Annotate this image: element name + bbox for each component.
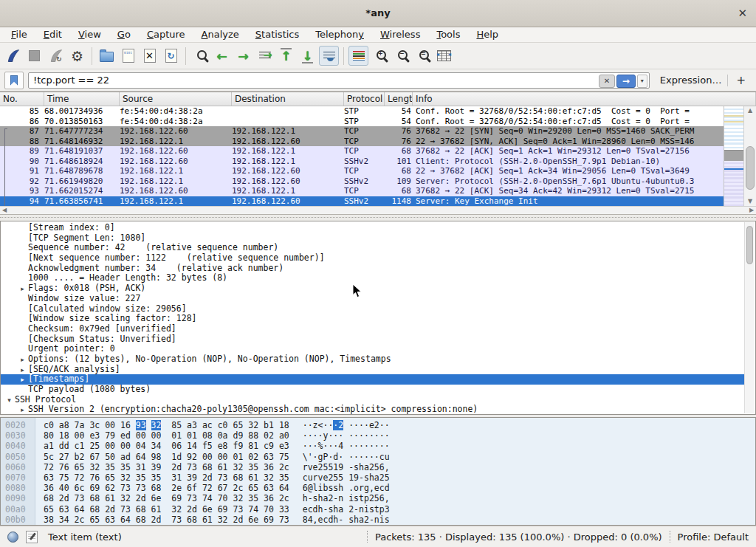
hex-row-0060[interactable]: 006072 76 65 32 35 35 31 39 2d 73 68 61 …: [1, 462, 755, 472]
packet-list-vscrollbar[interactable]: ▲ ▼: [743, 106, 756, 206]
hex-row-0080[interactable]: 008036 40 6c 69 62 73 73 68 2e 6f 72 67 …: [1, 483, 755, 493]
column-header-time[interactable]: Time: [44, 92, 120, 106]
menu-item-capture[interactable]: Capture: [139, 27, 193, 42]
detail-line[interactable]: [Calculated window size: 29056]: [1, 304, 745, 314]
restart-capture-button[interactable]: ↻: [46, 46, 66, 66]
go-last-packet-button[interactable]: ↓: [298, 46, 317, 66]
filter-clear-button[interactable]: ✕: [599, 75, 615, 88]
hex-row-0030[interactable]: 003080 18 00 e3 79 ed 00 00 01 01 08 0a …: [1, 430, 755, 441]
detail-line[interactable]: 1000 .... = Header Length: 32 bytes (8): [1, 273, 745, 283]
detail-line[interactable]: [Next sequence number: 1122 (relative se…: [1, 253, 745, 264]
packet-row-94[interactable]: 9471.663856741192.168.122.1192.168.122.6…: [0, 196, 743, 207]
scroll-left-arrow-icon[interactable]: ◀: [0, 207, 9, 214]
detail-line[interactable]: [TCP Segment Len: 1080]: [1, 233, 745, 244]
go-first-packet-button[interactable]: ↑: [276, 46, 296, 66]
capture-comment-icon[interactable]: [26, 531, 38, 543]
column-header-protocol[interactable]: Protocol: [344, 92, 385, 106]
expander-icon[interactable]: ▸: [17, 355, 28, 365]
hex-row-0090[interactable]: 009068 2d 73 68 61 32 2d 6e 69 73 74 70 …: [1, 493, 755, 503]
packet-row-89[interactable]: 8971.648191037192.168.122.60192.168.122.…: [0, 146, 743, 156]
hex-row-00a0[interactable]: 00a065 63 64 68 2d 73 68 61 32 2d 6e 69 …: [1, 504, 755, 515]
menu-item-edit[interactable]: Edit: [35, 27, 70, 42]
detail-line[interactable]: Acknowledgment number: 34 (relative ack …: [1, 264, 745, 274]
detail-line[interactable]: TCP payload (1080 bytes): [1, 385, 745, 395]
hex-row-00b0[interactable]: 00b038 34 2c 65 63 64 68 2d 73 68 61 32 …: [1, 515, 755, 525]
detail-line[interactable]: ▾SSH Protocol: [1, 395, 745, 405]
zoom-reset-button[interactable]: =: [413, 46, 433, 66]
expander-icon[interactable]: ▸: [17, 365, 28, 375]
scroll-up-arrow-icon[interactable]: ▲: [744, 106, 756, 115]
display-filter-input[interactable]: [29, 73, 649, 88]
detail-line[interactable]: ▸SSH Version 2 (encryption:chacha20-poly…: [1, 405, 745, 414]
filter-apply-button[interactable]: →: [616, 75, 636, 88]
detail-line[interactable]: Urgent pointer: 0: [1, 344, 745, 354]
open-file-button[interactable]: [97, 46, 117, 66]
go-back-button[interactable]: ←: [212, 46, 232, 66]
packet-row-85[interactable]: 8568.001734936fe:54:00:d4:38:2aSTP54Conf…: [0, 106, 743, 117]
scroll-right-arrow-icon[interactable]: ▶: [747, 207, 756, 214]
menu-item-view[interactable]: View: [70, 27, 109, 42]
vscroll-thumb[interactable]: [746, 146, 755, 190]
auto-scroll-button[interactable]: [319, 46, 339, 66]
menu-item-help[interactable]: Help: [468, 27, 506, 42]
menu-item-file[interactable]: File: [3, 27, 35, 42]
resize-columns-button[interactable]: [434, 46, 454, 66]
detail-scroll-thumb[interactable]: [746, 226, 753, 264]
packet-row-90[interactable]: 9071.648618924192.168.122.60192.168.122.…: [0, 156, 743, 167]
detail-line[interactable]: ▸[Timestamps]: [1, 374, 745, 385]
column-header-destination[interactable]: Destination: [232, 92, 344, 106]
detail-line[interactable]: Window size value: 227: [1, 294, 745, 304]
add-filter-button[interactable]: +: [736, 74, 746, 87]
detail-line[interactable]: [Checksum Status: Unverified]: [1, 334, 745, 345]
go-to-packet-button[interactable]: →: [255, 46, 275, 66]
expander-icon[interactable]: ▾: [4, 396, 15, 405]
packet-row-93[interactable]: 9371.662015274192.168.122.60192.168.122.…: [0, 186, 743, 196]
column-header-length[interactable]: Length: [385, 92, 413, 106]
hex-row-0040[interactable]: 0040a1 dd c1 25 00 00 04 34 06 14 f5 e8 …: [1, 441, 755, 451]
detail-vscrollbar[interactable]: [744, 222, 755, 413]
start-capture-button[interactable]: [3, 46, 23, 66]
packet-row-88[interactable]: 8871.648146932192.168.122.1192.168.122.6…: [0, 137, 743, 147]
column-header-info[interactable]: Info: [413, 92, 756, 106]
packet-row-91[interactable]: 9171.648789678192.168.122.1192.168.122.6…: [0, 166, 743, 176]
detail-line[interactable]: ▸[SEQ/ACK analysis]: [1, 365, 745, 375]
packet-row-87[interactable]: 8771.647777234192.168.122.60192.168.122.…: [0, 126, 743, 137]
menu-item-analyze[interactable]: Analyze: [193, 27, 247, 42]
hex-row-0020[interactable]: 0020c0 a8 7a 3c 00 16 93 32 85 a3 ac c0 …: [1, 420, 755, 430]
go-forward-button[interactable]: →: [233, 46, 253, 66]
pane-splitter-top[interactable]: [0, 215, 756, 221]
packet-row-92[interactable]: 9271.661949820192.168.122.1192.168.122.6…: [0, 176, 743, 187]
reload-file-button[interactable]: ↻: [161, 46, 181, 66]
detail-line[interactable]: Checksum: 0x79ed [unverified]: [1, 324, 745, 334]
column-header-source[interactable]: Source: [120, 92, 232, 106]
menu-item-tools[interactable]: Tools: [428, 27, 468, 42]
filter-dropdown-button[interactable]: ▾: [637, 75, 647, 88]
detail-line[interactable]: [Window size scaling factor: 128]: [1, 314, 745, 324]
menu-item-wireless[interactable]: Wireless: [372, 27, 428, 42]
expression-button[interactable]: Expression…: [660, 75, 722, 86]
find-packet-button[interactable]: [190, 46, 210, 66]
column-header-no[interactable]: No.: [0, 92, 44, 106]
colorize-packets-button[interactable]: [348, 46, 368, 66]
profile-status[interactable]: Profile: Default: [678, 531, 749, 543]
expert-info-icon[interactable]: [7, 531, 18, 543]
zoom-out-button[interactable]: −: [391, 46, 411, 66]
hex-row-0050[interactable]: 00505c 27 b2 67 50 ad 64 98 1d 92 00 00 …: [1, 452, 755, 462]
detail-line[interactable]: Sequence number: 42 (relative sequence n…: [1, 243, 745, 253]
hex-row-0070[interactable]: 007063 75 72 76 65 32 35 35 31 39 2d 73 …: [1, 472, 755, 483]
detail-line[interactable]: [Stream index: 0]: [1, 223, 745, 233]
title-bar[interactable]: *any ✕: [0, 0, 756, 27]
menu-item-statistics[interactable]: Statistics: [247, 27, 307, 42]
expander-icon[interactable]: ▸: [17, 375, 28, 385]
zoom-in-button[interactable]: +: [370, 46, 390, 66]
save-file-button[interactable]: 0101: [118, 46, 138, 66]
packet-minimap[interactable]: [724, 106, 743, 206]
stop-capture-button[interactable]: [24, 46, 44, 66]
detail-line[interactable]: ▸Flags: 0x018 (PSH, ACK): [1, 283, 745, 294]
packet-list-hscrollbar[interactable]: ◀ ▶: [0, 206, 756, 214]
close-file-button[interactable]: ✕: [140, 46, 159, 66]
expander-icon[interactable]: ▸: [17, 405, 28, 414]
menu-item-go[interactable]: Go: [109, 27, 139, 42]
detail-line[interactable]: ▸Options: (12 bytes), No-Operation (NOP)…: [1, 354, 745, 365]
filter-bookmark-button[interactable]: [4, 72, 24, 89]
